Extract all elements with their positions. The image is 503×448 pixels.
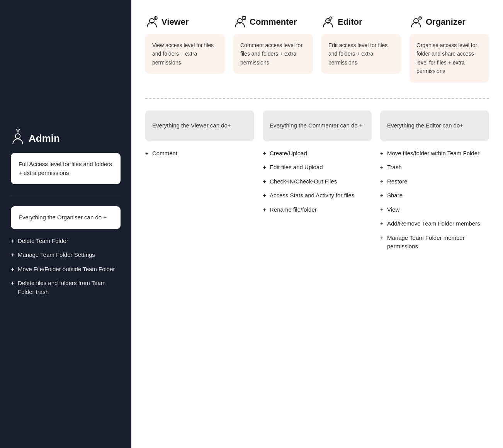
perm-list-item: Share: [380, 191, 489, 200]
perm-list-item: View: [380, 205, 489, 214]
editor-icon: [321, 15, 335, 29]
role-desc-editor: Edit access level for files and folders …: [321, 34, 401, 74]
viewer-icon: [145, 15, 158, 29]
roles-row: ViewerView access level for files and fo…: [145, 15, 489, 83]
main-content: ViewerView access level for files and fo…: [131, 0, 503, 448]
perm-everything-box-1: Everything the Commenter can do +: [263, 110, 372, 141]
role-column-organizer: OrganizerOrganise access level for folde…: [410, 15, 489, 83]
admin-role-name: Admin: [29, 132, 60, 144]
admin-everything-box: Everything the Organiser can do +: [11, 206, 121, 229]
role-header-viewer: Viewer: [145, 15, 225, 29]
role-column-viewer: ViewerView access level for files and fo…: [145, 15, 225, 83]
role-name-viewer: Viewer: [161, 17, 189, 27]
permissions-row: Everything the Viewer can do+CommentEver…: [145, 110, 489, 256]
perm-list-2: Move files/folder within Team FolderTras…: [380, 149, 489, 251]
admin-permissions-list: Delete Team FolderManage Team Folder Set…: [11, 237, 121, 297]
role-desc-organizer: Organise access level for folder and sha…: [410, 34, 489, 83]
perm-list-item: Create/Upload: [263, 149, 372, 158]
perm-column-2: Everything the Editor can do+Move files/…: [380, 110, 489, 256]
perm-list-item: Rename file/folder: [263, 205, 372, 214]
perm-list-item: Restore: [380, 177, 489, 186]
section-divider: [145, 98, 489, 99]
sidebar-list-item: Delete files and folders from Team Folde…: [11, 279, 121, 296]
commenter-icon: [233, 15, 246, 29]
role-name-editor: Editor: [338, 17, 362, 27]
crown-icon: ♛: [15, 127, 20, 134]
page-layout: ♛ Admin Full Access level for files and …: [0, 0, 503, 448]
sidebar-list-item: Manage Team Folder Settings: [11, 251, 121, 260]
sidebar-list-item: Move File/Folder outside Team Folder: [11, 265, 121, 274]
role-header-organizer: Organizer: [410, 15, 489, 29]
role-desc-commenter: Comment access level for files and folde…: [233, 34, 313, 74]
perm-list-item: Check-IN/Check-Out Files: [263, 177, 372, 186]
perm-list-item: Manage Team Folder member permissions: [380, 234, 489, 251]
role-header-editor: Editor: [321, 15, 401, 29]
sidebar-divider: [11, 195, 121, 195]
perm-everything-box-2: Everything the Editor can do+: [380, 110, 489, 141]
sidebar-list-item: Delete Team Folder: [11, 237, 121, 246]
admin-everything-text: Everything the Organiser can do +: [19, 214, 107, 221]
svg-rect-4: [242, 17, 246, 19]
admin-description-box: Full Access level for files and folders …: [11, 153, 121, 184]
perm-list-item: Comment: [145, 149, 254, 158]
perm-list-1: Create/UploadEdit files and UploadCheck-…: [263, 149, 372, 214]
admin-description-text: Full Access level for files and folders …: [19, 161, 112, 176]
perm-column-1: Everything the Commenter can do +Create/…: [263, 110, 372, 256]
perm-list-item: Move files/folder within Team Folder: [380, 149, 489, 158]
role-desc-viewer: View access level for files and folders …: [145, 34, 225, 74]
perm-list-0: Comment: [145, 149, 254, 158]
perm-list-item: Edit files and Upload: [263, 163, 372, 172]
role-column-editor: EditorEdit access level for files and fo…: [321, 15, 401, 83]
admin-role-header: ♛ Admin: [11, 131, 121, 145]
perm-list-item: Access Stats and Activity for files: [263, 191, 372, 200]
sidebar: ♛ Admin Full Access level for files and …: [0, 0, 131, 448]
role-header-commenter: Commenter: [233, 15, 313, 29]
role-column-commenter: CommenterComment access level for files …: [233, 15, 313, 83]
admin-icon: ♛: [11, 131, 25, 145]
role-name-commenter: Commenter: [250, 17, 297, 27]
perm-column-0: Everything the Viewer can do+Comment: [145, 110, 254, 256]
perm-list-item: Add/Remove Team Folder members: [380, 219, 489, 228]
perm-list-item: Trash: [380, 163, 489, 172]
organizer-icon: [410, 15, 423, 29]
perm-everything-box-0: Everything the Viewer can do+: [145, 110, 254, 141]
role-name-organizer: Organizer: [426, 17, 466, 27]
svg-point-0: [15, 134, 20, 139]
